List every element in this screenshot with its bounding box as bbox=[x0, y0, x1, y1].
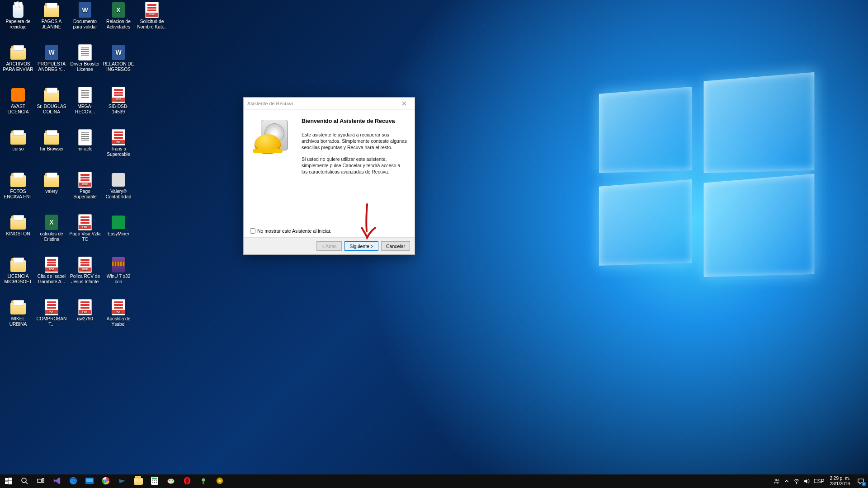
desktop-icon-label: PROPUESTA ANDRES Y... bbox=[35, 61, 68, 72]
desktop-icon[interactable]: ARCHIVOS PARA ENVIAR POR C... bbox=[2, 44, 34, 72]
desktop-icon[interactable]: KINGSTON bbox=[2, 214, 34, 237]
desktop-icon[interactable]: WinU 7 x32 con Actualizaciones bbox=[102, 257, 135, 285]
file-icon bbox=[110, 172, 127, 188]
desktop-icon-label: WinU 7 x32 con Actualizaciones bbox=[102, 274, 135, 285]
desktop-icon[interactable]: valery bbox=[35, 172, 68, 194]
file-icon bbox=[43, 2, 60, 18]
desktop-icon[interactable]: PAGOS A JEANINE bbox=[35, 2, 68, 30]
file-icon bbox=[10, 2, 26, 18]
file-icon bbox=[10, 257, 26, 273]
desktop-icon[interactable]: curso bbox=[2, 129, 34, 152]
desktop-icon-label: Solicitud de Nombre Kati... bbox=[136, 19, 168, 30]
desktop-icon[interactable]: Papelera de reciclaje bbox=[2, 2, 34, 30]
close-button[interactable] bbox=[396, 99, 412, 108]
desktop-icon[interactable]: FOTOS ENCAVA ENT 610 bbox=[2, 172, 34, 200]
desktop-icon[interactable]: AVAST LICENCIA bbox=[2, 87, 34, 115]
desktop-icon[interactable]: Solicitud de Nombre Kati... bbox=[136, 2, 168, 30]
file-icon: W bbox=[43, 44, 60, 61]
desktop-icon[interactable]: Pago Visa Vzla TC bbox=[69, 214, 101, 242]
desktop-icon[interactable]: COMPROBANT... bbox=[35, 299, 68, 327]
desktop-icon[interactable]: Cita de Isabel Garabote A... bbox=[35, 257, 68, 285]
desktop-icon-label: qw2790 bbox=[69, 316, 101, 322]
desktop-icon[interactable]: Tor Browser bbox=[35, 129, 68, 152]
desktop-icon[interactable]: Pago Supercable Enero 2019 bbox=[69, 172, 101, 200]
file-icon bbox=[110, 129, 127, 145]
desktop-icon-label: PAGOS A JEANINE bbox=[35, 19, 68, 30]
file-icon bbox=[110, 87, 127, 103]
file-icon bbox=[10, 214, 26, 230]
dialog-heading: Bienvenido al Asistente de Recuva bbox=[302, 118, 407, 124]
dialog-footer: < Atrás Siguiente > Cancelar bbox=[244, 237, 415, 254]
desktop-icon[interactable]: MEGA-RECOV... bbox=[69, 87, 101, 115]
desktop-icon[interactable]: EasyMiner bbox=[102, 214, 135, 237]
dont-show-again-input[interactable] bbox=[250, 228, 255, 234]
desktop-icon-label: ARCHIVOS PARA ENVIAR POR C... bbox=[2, 61, 34, 72]
next-button[interactable]: Siguiente > bbox=[344, 241, 378, 251]
desktop-icon-label: KINGSTON bbox=[2, 231, 34, 237]
desktop-icon-label: Tor Browser bbox=[35, 146, 68, 152]
dialog-title: Asistente de Recuva bbox=[247, 98, 293, 109]
desktop-icon[interactable]: Poliza RCV de Jesus Infante bbox=[69, 257, 101, 285]
file-icon: X bbox=[110, 2, 127, 18]
desktop-icon[interactable]: Apostilla de Ysabel Garabote bbox=[102, 299, 135, 327]
desktop-icon[interactable]: Driver Booster License bbox=[69, 44, 101, 72]
file-icon bbox=[77, 257, 93, 273]
desktop-icon[interactable]: SIB-DSB-14539 bbox=[102, 87, 135, 115]
file-icon bbox=[10, 129, 26, 145]
file-icon bbox=[43, 172, 60, 188]
file-icon bbox=[43, 87, 60, 103]
desktop-icon-label: COMPROBANT... bbox=[35, 316, 68, 327]
file-icon bbox=[43, 129, 60, 145]
desktop-icon-label: curso bbox=[2, 146, 34, 152]
desktop-icon[interactable]: miracle bbox=[69, 129, 101, 152]
desktop-icon-label: Papelera de reciclaje bbox=[2, 19, 34, 30]
desktop-icon-label: Pago Supercable Enero 2019 bbox=[69, 189, 101, 200]
desktop-icon-label: Pago Visa Vzla TC bbox=[69, 231, 101, 242]
close-icon bbox=[402, 101, 406, 106]
desktop-icon[interactable]: XRelacion de Actividades Ca... bbox=[102, 2, 135, 30]
desktop-icon-label: MIKEL URBINA bbox=[2, 316, 34, 327]
desktop-icon-label: Relacion de Actividades Ca... bbox=[102, 19, 135, 30]
file-icon bbox=[110, 214, 127, 230]
desktop-icon-label: Sr. DOUGLAS COLINA bbox=[35, 104, 68, 115]
file-icon bbox=[10, 299, 26, 315]
desktop-icon-label: FOTOS ENCAVA ENT 610 bbox=[2, 189, 34, 200]
file-icon bbox=[110, 257, 127, 273]
dialog-titlebar[interactable]: Asistente de Recuva bbox=[244, 98, 415, 110]
desktop-icon[interactable]: Trans a Supercable Di... bbox=[102, 129, 135, 157]
file-icon bbox=[77, 299, 93, 315]
file-icon: X bbox=[43, 214, 60, 230]
cancel-button[interactable]: Cancelar bbox=[381, 241, 410, 251]
desktop-icon-label: RELACION DE INGRESOS bbox=[102, 61, 135, 72]
desktop-icon-label: Cita de Isabel Garabote A... bbox=[35, 274, 68, 285]
desktop-icon-label: MEGA-RECOV... bbox=[69, 104, 101, 115]
file-icon bbox=[10, 44, 26, 61]
dont-show-again-checkbox[interactable]: No mostrar este Asistente al iniciar. bbox=[250, 228, 331, 234]
desktop-icon[interactable]: Valery® Contabilidad bbox=[102, 172, 135, 200]
desktop-icon[interactable]: Xcalculos de Cristina Informe bbox=[35, 214, 68, 242]
back-button: < Atrás bbox=[316, 241, 342, 251]
file-icon bbox=[10, 87, 26, 103]
desktop-icon-label: Apostilla de Ysabel Garabote bbox=[102, 316, 135, 327]
desktop-icon[interactable]: WPROPUESTA ANDRES Y... bbox=[35, 44, 68, 72]
desktop-icon-label: SIB-DSB-14539 bbox=[102, 104, 135, 115]
file-icon bbox=[77, 87, 93, 103]
desktop-icon[interactable]: Sr. DOUGLAS COLINA bbox=[35, 87, 68, 115]
desktop-icon[interactable]: MIKEL URBINA bbox=[2, 299, 34, 327]
desktop-icon[interactable]: WDocumento para validar titulos bbox=[69, 2, 101, 30]
desktop-icon-label: Documento para validar titulos bbox=[69, 19, 101, 30]
desktop-icon[interactable]: WRELACION DE INGRESOS bbox=[102, 44, 135, 72]
file-icon bbox=[144, 2, 160, 18]
desktop-icon-label: LICENCIA MICROSOFT bbox=[2, 274, 34, 285]
desktop-icon-label: Trans a Supercable Di... bbox=[102, 146, 135, 157]
file-icon: W bbox=[77, 2, 93, 18]
desktop-icon[interactable]: LICENCIA MICROSOFT bbox=[2, 257, 34, 285]
recuva-wizard-dialog: Asistente de Recuva Bienvenido al Asiste… bbox=[243, 97, 415, 255]
file-icon bbox=[77, 129, 93, 145]
desktop-icon[interactable]: qw2790 bbox=[69, 299, 101, 322]
file-icon bbox=[77, 44, 93, 61]
desktop-icon-label: EasyMiner bbox=[102, 231, 135, 237]
file-icon bbox=[77, 214, 93, 230]
desktop-icon-label: Valery® Contabilidad bbox=[102, 189, 135, 200]
dialog-paragraph-2: Si usted no quiere utilizar este asisten… bbox=[302, 156, 407, 175]
